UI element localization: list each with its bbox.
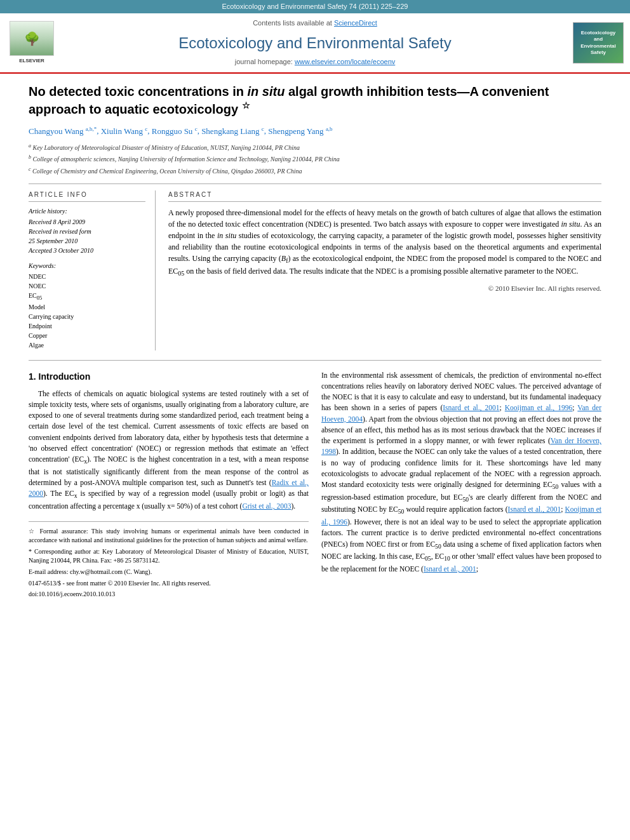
body-right-column: In the environmental risk assessment of … (321, 370, 601, 599)
abstract-column: ABSTRACT A newly proposed three-dimensio… (168, 190, 601, 350)
author-shengpeng: Shengpeng Yang a,b (268, 126, 332, 136)
sciencedirect-link[interactable]: ScienceDirect (334, 19, 377, 27)
section1-right-text: In the environmental risk assessment of … (321, 370, 601, 575)
affiliation-b: b College of atmospheric sciences, Nanji… (29, 154, 601, 164)
elsevier-logo-image: 🌳 (10, 21, 54, 56)
section1-title: 1. Introduction (29, 370, 309, 383)
contents-available-line: Contents lists available at ScienceDirec… (70, 18, 560, 28)
contents-text: Contents lists available at (253, 19, 332, 27)
keyword-algae: Algae (29, 341, 145, 350)
footnotes: ☆ Formal assurance: This study involving… (29, 521, 309, 599)
keyword-carrying: Carrying capacity (29, 312, 145, 321)
email-label: E-mail address: (29, 568, 68, 575)
theoretical-word: theoretical (478, 243, 510, 251)
title-italic: in situ (248, 84, 285, 98)
article-info-heading: ARTICLE INFO (29, 190, 145, 202)
journal-citation-bar: Ecotoxicology and Environmental Safety 7… (0, 0, 630, 13)
title-plain: No detected toxic concentrations in (29, 84, 248, 98)
homepage-label: journal homepage: (235, 58, 293, 65)
author-shengkang: Shengkang Liang c (201, 126, 264, 136)
journal-citation-text: Ecotoxicology and Environmental Safety 7… (222, 3, 408, 10)
ref-isnard2-link[interactable]: Isnard et al., 2001 (508, 505, 561, 513)
ref-isnard3-link[interactable]: Isnard et al., 2001 (424, 565, 476, 573)
copyright-line: © 2010 Elsevier Inc. All rights reserved… (168, 284, 601, 293)
doi-line: doi:10.1016/j.ecoenv.2010.10.013 (29, 590, 309, 599)
authors-line: Changyou Wang a,b,*, Xiulin Wang c, Rong… (29, 124, 601, 137)
history-revised-date: 25 September 2010 (29, 237, 145, 246)
title-star: ☆ (242, 100, 250, 110)
journal-homepage-link[interactable]: www.elsevier.com/locate/ecoenv (295, 58, 395, 65)
keyword-noec: NOEC (29, 282, 145, 291)
keyword-endpoint: Endpoint (29, 322, 145, 331)
ref-radix-link[interactable]: Radix et al., 2000 (29, 479, 309, 497)
keywords-section: Keywords: NDEC NOEC EC05 Model Carrying … (29, 262, 145, 350)
article-title: No detected toxic concentrations in in s… (29, 83, 601, 117)
body-left-column: 1. Introduction The effects of chemicals… (29, 370, 309, 599)
main-content: No detected toxic concentrations in in s… (0, 74, 630, 605)
email-address: chy.w@hotmail.com (C. Wang). (70, 568, 152, 575)
history-received: Received 8 April 2009 (29, 218, 145, 227)
ref-isnard-link[interactable]: Isnard et al., 2001 (443, 404, 499, 411)
author-changyou: Changyou Wang a,b,* (29, 126, 97, 136)
keyword-ndec: NDEC (29, 272, 145, 281)
keywords-heading: Keywords: (29, 262, 145, 270)
author-rongguo: Rongguo Su c (152, 126, 198, 136)
right-para-1: In the environmental risk assessment of … (321, 370, 601, 575)
journal-center-header: Contents lists available at ScienceDirec… (57, 18, 573, 67)
intro-para-1: The effects of chemicals on aquatic biol… (29, 389, 309, 512)
keyword-copper: Copper (29, 331, 145, 340)
corresponding-footnote: * Corresponding author at: Key Laborator… (29, 547, 309, 565)
star-footnote: ☆ Formal assurance: This study involving… (29, 527, 309, 545)
elsevier-logo: 🌳 ELSEVIER (6, 21, 57, 64)
affiliations: a Key Laboratory of Meteorological Disas… (29, 142, 601, 176)
body-content: 1. Introduction The effects of chemicals… (29, 370, 601, 599)
history-revised-label: Received in revised form (29, 227, 145, 236)
abstract-text: A newly proposed three-dimensional model… (168, 207, 601, 279)
email-footnote: E-mail address: chy.w@hotmail.com (C. Wa… (29, 568, 309, 577)
journal-logo-text: EcotoxicologyandEnvironmentalSafety (580, 30, 616, 57)
article-info-abstract: ARTICLE INFO Article history: Received 8… (29, 183, 601, 350)
section1-number: 1. (29, 371, 39, 382)
journal-logo-image: EcotoxicologyandEnvironmentalSafety (573, 22, 624, 63)
elsevier-tree-icon: 🌳 (24, 30, 40, 48)
ref-grist-link[interactable]: Grist et al., 2003 (242, 502, 291, 510)
elsevier-brand-name: ELSEVIER (19, 57, 44, 64)
abstract-heading: ABSTRACT (168, 190, 601, 202)
journal-header: 🌳 ELSEVIER Contents lists available at S… (0, 13, 630, 73)
article-info-column: ARTICLE INFO Article history: Received 8… (29, 190, 156, 350)
corresponding-footnote-text: * Corresponding author at: Key Laborator… (29, 548, 309, 564)
author-xiulin: Xiulin Wang c (101, 126, 148, 136)
abstract-paragraph: A newly proposed three-dimensional model… (168, 207, 601, 279)
section1-label: Introduction (39, 371, 91, 382)
section1-left-text: The effects of chemicals on aquatic biol… (29, 389, 309, 512)
star-footnote-text: ☆ Formal assurance: This study involving… (29, 528, 309, 543)
history-accepted: Accepted 3 October 2010 (29, 246, 145, 255)
history-heading: Article history: (29, 207, 145, 216)
keyword-model: Model (29, 303, 145, 312)
article-history: Article history: Received 8 April 2009 R… (29, 207, 145, 255)
journal-title: Ecotoxicology and Environmental Safety (70, 32, 560, 54)
ref-kooijman-link[interactable]: Kooijman et al., 1996 (505, 404, 573, 411)
issn-line: 0147-6513/$ - see front matter © 2010 El… (29, 579, 309, 588)
keyword-ec05: EC05 (29, 291, 145, 302)
affiliation-c: c College of Chemistry and Chemical Engi… (29, 166, 601, 176)
affiliation-a: a Key Laboratory of Meteorological Disas… (29, 142, 601, 152)
journal-homepage-line: journal homepage: www.elsevier.com/locat… (70, 57, 560, 67)
section-divider (29, 360, 601, 361)
ref-vanderhoeven98-link[interactable]: Van der Hoeven, 1998 (321, 437, 601, 455)
